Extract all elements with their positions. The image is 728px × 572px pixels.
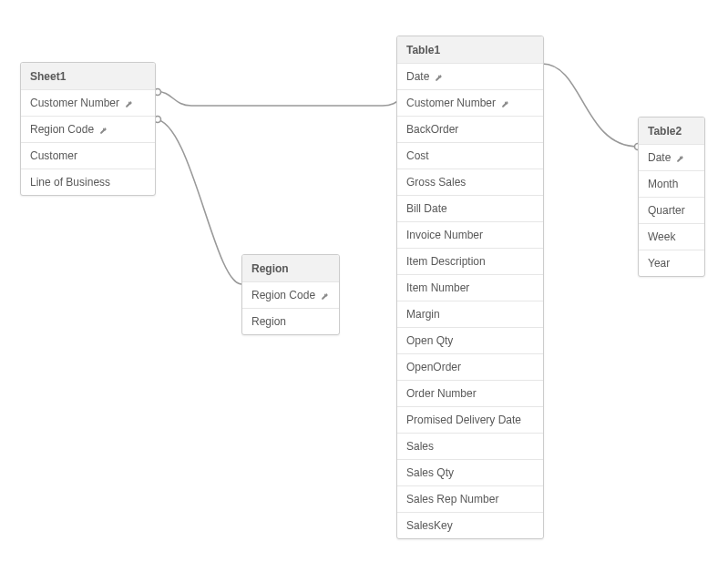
table-field[interactable]: Year [639, 250, 704, 276]
table-field[interactable]: OpenOrder [397, 354, 543, 381]
table-field[interactable]: Date [639, 145, 704, 171]
table-field[interactable]: Item Description [397, 249, 543, 275]
field-label: Quarter [648, 204, 685, 217]
table-title: Table2 [648, 125, 682, 138]
field-label: Bill Date [406, 202, 447, 215]
table-field[interactable]: Cost [397, 143, 543, 169]
table-field[interactable]: Order Number [397, 381, 543, 407]
table-field[interactable]: Customer Number [397, 90, 543, 117]
table-header: Table2 [639, 117, 704, 145]
field-label: Region Code [30, 123, 94, 136]
field-label: Region Code [251, 289, 315, 301]
table-field[interactable]: Quarter [639, 198, 704, 224]
table-fields-table2: DateMonthQuarterWeekYear [639, 145, 704, 276]
table-field[interactable]: Item Number [397, 275, 543, 301]
table-header: Table1 [397, 36, 543, 64]
table-field[interactable]: Margin [397, 301, 543, 328]
field-label: Customer Number [406, 97, 496, 109]
field-label: Invoice Number [406, 229, 483, 241]
field-label: Customer Number [30, 97, 119, 109]
table-field[interactable]: Region Code [242, 282, 339, 309]
field-label: BackOrder [406, 123, 458, 136]
table-field[interactable]: Open Qty [397, 328, 543, 354]
field-label: Customer [30, 149, 77, 162]
table-field[interactable]: Sales Rep Number [397, 486, 543, 513]
key-icon [123, 98, 133, 108]
table-field[interactable]: Sales [397, 434, 543, 460]
connector-line [155, 91, 419, 106]
table-field[interactable]: Month [639, 171, 704, 198]
field-label: OpenOrder [406, 361, 461, 373]
table-fields-region: Region CodeRegion [242, 282, 339, 334]
field-label: Open Qty [406, 334, 453, 347]
svg-point-1 [104, 128, 105, 128]
table-field[interactable]: SalesKey [397, 513, 543, 538]
table-header: Region [242, 255, 339, 282]
field-label: Item Description [406, 255, 486, 268]
svg-point-5 [681, 156, 682, 157]
key-icon [674, 153, 684, 163]
field-label: Sales Qty [406, 466, 454, 479]
connector-line [155, 119, 241, 284]
table-field[interactable]: Invoice Number [397, 222, 543, 249]
table-title: Sheet1 [30, 70, 66, 83]
field-label: Region [251, 315, 286, 328]
table-field[interactable]: Line of Business [21, 169, 155, 195]
field-label: Gross Sales [406, 176, 466, 189]
connector-line [542, 64, 638, 147]
svg-point-3 [439, 75, 440, 76]
table-field[interactable]: Sales Qty [397, 460, 543, 486]
table-sheet1[interactable]: Sheet1 Customer NumberRegion CodeCustome… [20, 62, 156, 196]
field-label: Order Number [406, 387, 477, 400]
key-icon [319, 291, 329, 301]
table-fields-table1: DateCustomer NumberBackOrderCostGross Sa… [397, 64, 543, 538]
table-field[interactable]: Region Code [21, 117, 155, 143]
table-field[interactable]: Region [242, 309, 339, 334]
table-table2[interactable]: Table2 DateMonthQuarterWeekYear [638, 117, 705, 277]
field-label: Cost [406, 149, 429, 162]
field-label: Sales Rep Number [406, 493, 498, 506]
table-field[interactable]: Customer [21, 143, 155, 169]
table-fields-sheet1: Customer NumberRegion CodeCustomerLine o… [21, 90, 155, 195]
svg-point-0 [129, 101, 130, 102]
table-header: Sheet1 [21, 63, 155, 90]
svg-point-4 [506, 101, 507, 102]
table-field[interactable]: Gross Sales [397, 169, 543, 196]
field-label: Year [648, 257, 670, 270]
table-title: Region [251, 262, 289, 275]
key-icon [433, 72, 443, 82]
field-label: Item Number [406, 281, 469, 294]
key-icon [499, 98, 509, 108]
key-icon [97, 125, 108, 135]
field-label: Line of Business [30, 176, 110, 189]
table-region[interactable]: Region Region CodeRegion [241, 254, 340, 335]
field-label: Date [406, 70, 429, 83]
field-label: Margin [406, 308, 440, 321]
table-field[interactable]: Customer Number [21, 90, 155, 117]
field-label: Month [648, 178, 678, 190]
field-label: Sales [406, 440, 434, 453]
table-field[interactable]: Date [397, 64, 543, 90]
field-label: Week [648, 230, 675, 243]
field-label: SalesKey [406, 519, 453, 532]
table-field[interactable]: Week [639, 224, 704, 250]
table-title: Table1 [406, 44, 440, 56]
field-label: Date [648, 151, 671, 164]
table-field[interactable]: Bill Date [397, 196, 543, 222]
table-field[interactable]: BackOrder [397, 117, 543, 143]
svg-point-2 [325, 293, 326, 294]
table-field[interactable]: Promised Delivery Date [397, 407, 543, 434]
field-label: Promised Delivery Date [406, 414, 521, 426]
table-table1[interactable]: Table1 DateCustomer NumberBackOrderCostG… [396, 36, 544, 539]
